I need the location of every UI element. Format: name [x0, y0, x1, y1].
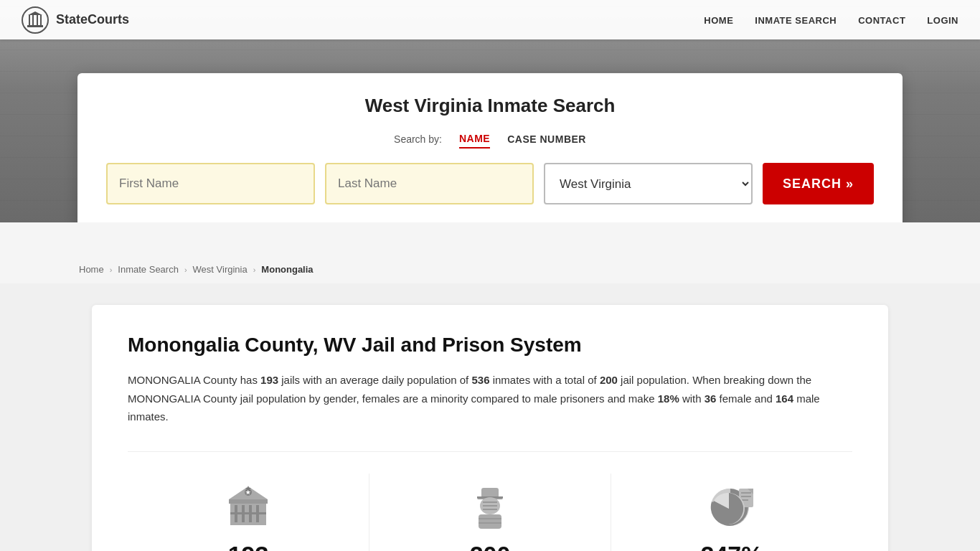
svg-point-0 [22, 7, 48, 33]
svg-text:★: ★ [245, 489, 251, 496]
last-name-input[interactable] [325, 163, 534, 204]
nav-contact[interactable]: CONTACT [858, 15, 905, 26]
svg-rect-5 [32, 15, 34, 25]
jail-icon: ★ [223, 481, 273, 531]
logo-text: StateCourts [56, 12, 129, 27]
svg-rect-4 [29, 15, 30, 25]
breadcrumb-state[interactable]: West Virginia [193, 264, 248, 275]
female-pct: 18% [658, 392, 679, 405]
search-card: West Virginia Inmate Search Search by: N… [77, 73, 903, 222]
breadcrumb-current: Monongalia [261, 264, 313, 275]
breadcrumb-inmate-search[interactable]: Inmate Search [118, 264, 179, 275]
svg-marker-3 [28, 11, 42, 15]
breadcrumb-sep-3: › [253, 265, 256, 274]
first-name-input[interactable] [106, 163, 315, 204]
stats-row: ★ 193 Jails [128, 451, 852, 552]
search-button[interactable]: SEARCH » [763, 163, 874, 204]
logo-icon [22, 6, 49, 34]
svg-rect-1 [27, 25, 43, 27]
nav-inmate-search[interactable]: INMATE SEARCH [755, 15, 837, 26]
content-title: Monongalia County, WV Jail and Prison Sy… [128, 334, 852, 357]
state-select[interactable]: West Virginia Alabama Alaska Virginia [544, 163, 753, 204]
breadcrumb-sep-1: › [110, 265, 113, 274]
search-form: West Virginia Alabama Alaska Virginia SE… [106, 163, 874, 204]
svg-rect-14 [229, 499, 268, 504]
hero-section: COURTHOUSE StateCourts HOME INMATE SEARC… [0, 0, 980, 222]
svg-rect-26 [479, 514, 501, 529]
nav-links: HOME INMATE SEARCH CONTACT LOGIN [704, 14, 958, 27]
tab-case-number[interactable]: CASE NUMBER [507, 131, 586, 148]
content-card: Monongalia County, WV Jail and Prison Sy… [92, 305, 888, 551]
svg-rect-20 [481, 488, 499, 498]
stat-jails: ★ 193 Jails [128, 474, 369, 552]
breadcrumb: Home › Inmate Search › West Virginia › M… [0, 222, 980, 283]
stat-jail-rate-number: 247% [701, 541, 763, 552]
female-count: 36 [705, 392, 717, 405]
stat-jails-number: 193 [228, 541, 269, 552]
svg-rect-13 [230, 512, 266, 514]
breadcrumb-home[interactable]: Home [79, 264, 104, 275]
total-pop: 200 [600, 374, 618, 386]
stat-prisoners-number: 200 [470, 541, 511, 552]
avg-pop: 536 [471, 374, 489, 386]
nav-login[interactable]: LOGIN [927, 15, 958, 26]
nav-home[interactable]: HOME [704, 15, 733, 26]
stat-jail-rate: 247% Jail Rate [611, 474, 852, 552]
tab-name[interactable]: NAME [459, 130, 490, 149]
stat-prisoners: 200 Prisoners [369, 474, 611, 552]
breadcrumb-sep-2: › [184, 265, 187, 274]
search-by-label: Search by: [394, 133, 442, 145]
search-tabs: Search by: NAME CASE NUMBER [106, 130, 874, 149]
navbar: StateCourts HOME INMATE SEARCH CONTACT L… [0, 0, 980, 39]
svg-rect-32 [741, 496, 751, 497]
svg-rect-7 [40, 15, 42, 25]
main-content: Monongalia County, WV Jail and Prison Sy… [77, 283, 903, 551]
search-card-title: West Virginia Inmate Search [106, 95, 874, 117]
svg-rect-6 [37, 15, 38, 25]
svg-rect-31 [741, 492, 751, 494]
logo-link[interactable]: StateCourts [22, 6, 129, 34]
pie-chart-icon [707, 481, 757, 531]
jails-count: 193 [260, 374, 278, 386]
content-desc: MONONGALIA County has 193 jails with an … [128, 371, 852, 426]
prisoner-icon [465, 481, 515, 531]
male-count: 164 [776, 392, 793, 405]
